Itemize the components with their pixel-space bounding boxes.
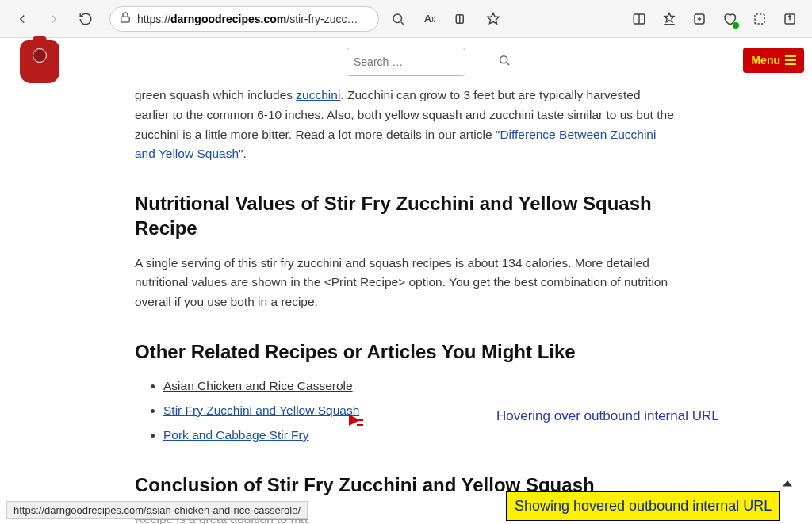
- svg-rect-0: [121, 17, 130, 22]
- related-link-pork-cabbage[interactable]: Pork and Cabbage Stir Fry: [163, 428, 309, 442]
- url-bar[interactable]: https://darngoodrecipes.com/stir-fry-zuc…: [109, 6, 379, 32]
- health-icon[interactable]: [717, 6, 742, 32]
- list-item: Asian Chicken and Rice Casserole: [163, 377, 677, 396]
- hamburger-icon: [785, 55, 796, 65]
- collections-icon[interactable]: [687, 6, 712, 32]
- apron-icon: [20, 40, 59, 83]
- translate-icon[interactable]: [449, 6, 474, 32]
- site-logo[interactable]: [16, 38, 63, 86]
- article-content: green squash which includes zucchini. Zu…: [0, 86, 812, 524]
- search-input[interactable]: [354, 55, 492, 68]
- read-aloud-icon[interactable]: A)): [417, 6, 442, 32]
- menu-button[interactable]: Menu: [743, 48, 804, 73]
- refresh-button[interactable]: [73, 6, 98, 32]
- svg-point-1: [393, 14, 402, 23]
- scroll-to-top-button[interactable]: [780, 476, 795, 497]
- annotation-hover-label: Hovering over outbound internal URL: [496, 407, 719, 424]
- share-icon[interactable]: [777, 6, 802, 32]
- list-item: Pork and Cabbage Stir Fry: [163, 426, 677, 446]
- svg-rect-9: [755, 14, 764, 24]
- heading-nutrition: Nutritional Values of Stir Fry Zucchini …: [135, 191, 677, 240]
- related-link-stir-fry-zucchini[interactable]: Stir Fry Zucchini and Yellow Squash: [163, 404, 359, 417]
- forward-button[interactable]: [41, 6, 67, 32]
- intro-paragraph: green squash which includes zucchini. Zu…: [135, 86, 677, 164]
- site-header: Menu: [0, 38, 812, 86]
- search-icon[interactable]: [497, 53, 511, 71]
- menu-label: Menu: [751, 54, 780, 67]
- heading-related: Other Related Recipes or Articles You Mi…: [135, 339, 677, 364]
- annotation-arrow-1: [349, 412, 363, 426]
- svg-point-11: [500, 56, 508, 63]
- page-body: Menu green squash which includes zucchin…: [0, 38, 812, 524]
- favorites-bar-icon[interactable]: [657, 6, 682, 32]
- back-button[interactable]: [10, 6, 35, 32]
- url-text: https://darngoodrecipes.com/stir-fry-zuc…: [137, 13, 370, 25]
- site-search[interactable]: [347, 48, 465, 76]
- lock-icon: [118, 10, 132, 27]
- zoom-icon[interactable]: [385, 6, 411, 32]
- zucchini-link[interactable]: zucchini: [296, 88, 340, 101]
- annotation-status-label: Showing hovered outbound internal URL: [506, 491, 780, 521]
- related-link-asian-chicken[interactable]: Asian Chicken and Rice Casserole: [163, 379, 353, 392]
- favorite-icon[interactable]: [481, 6, 506, 32]
- screenshot-icon[interactable]: [747, 6, 772, 32]
- browser-status-bar: https://darngoodrecipes.com/asian-chicke…: [6, 501, 308, 519]
- split-screen-icon[interactable]: [626, 6, 652, 32]
- nutrition-paragraph: A single serving of this stir fry zucchi…: [135, 254, 677, 312]
- browser-toolbar: https://darngoodrecipes.com/stir-fry-zuc…: [0, 0, 812, 38]
